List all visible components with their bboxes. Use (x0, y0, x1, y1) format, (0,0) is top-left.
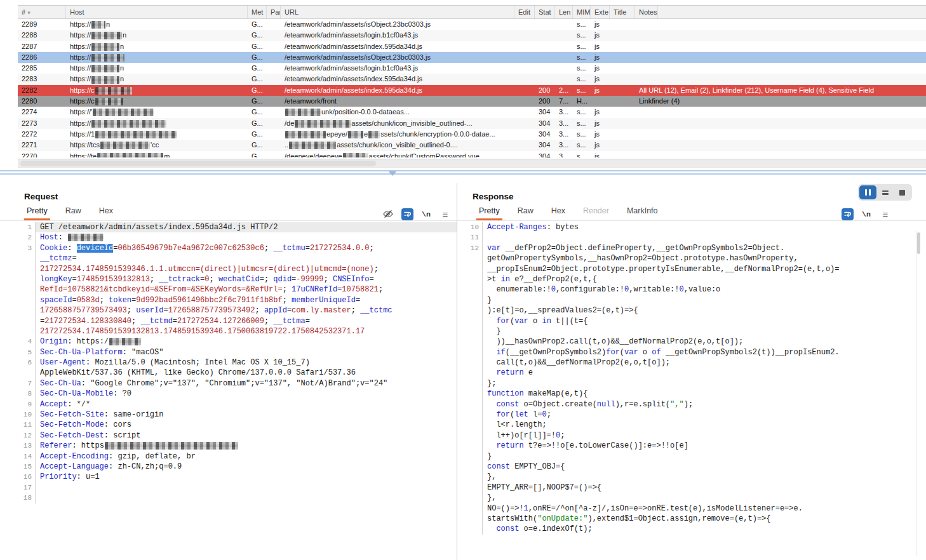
cell-met: G... (248, 74, 267, 84)
column-header-url[interactable]: URL (281, 6, 514, 18)
line-content: Sec-Ch-Ua-Platform: "macOS" (36, 347, 457, 357)
text-token: https:// (70, 20, 91, 28)
code-line: } (457, 451, 926, 462)
line-content: User-Agent: Mozilla/5.0 (Macintosh; Inte… (36, 357, 457, 368)
cell-mim: s... (573, 85, 591, 96)
line-number (466, 410, 483, 420)
text-token: : u=1 (77, 472, 100, 481)
menu-icon[interactable]: ≡ (878, 208, 893, 220)
text-token: __tctmc (360, 306, 392, 315)
pane-splitter[interactable] (0, 169, 926, 182)
column-header-par[interactable]: Par (267, 6, 281, 18)
column-header-edit[interactable]: Edit (514, 6, 535, 18)
columns-layout-button[interactable] (859, 185, 876, 199)
tab-raw[interactable]: Raw (515, 204, 536, 220)
cell-stat (535, 41, 555, 52)
column-header-len[interactable]: Len (555, 6, 573, 18)
wrap-lines-icon[interactable] (399, 208, 415, 220)
cell-par (267, 151, 281, 157)
code-line: const EMPTY_OBJ={ (457, 462, 926, 472)
line-number (466, 337, 483, 347)
cell-mim: s... (573, 118, 591, 129)
line-content: Priority: u=1 (36, 472, 457, 482)
wrap-lines-icon[interactable] (840, 208, 855, 220)
horizontal-scrollbar-thumb[interactable] (20, 161, 376, 166)
table-row-2285[interactable]: 2285https://nG.../eteamwork/admin/assets… (18, 63, 926, 74)
line-content: ):e[t]=o,__spreadValues2=(e,t)=>{ (483, 305, 926, 316)
line-number: 16 (23, 472, 36, 482)
cell-edit (514, 96, 535, 107)
text-token: : script (104, 431, 141, 440)
cell-title (610, 63, 635, 74)
table-row-2286[interactable]: 2286https://G.../eteamwork/admin/assets/… (18, 52, 926, 63)
line-number: 17 (23, 483, 36, 493)
menu-icon[interactable]: ≡ (438, 208, 453, 220)
tab-markinfo[interactable]: MarkInfo (624, 204, 661, 220)
column-header-met[interactable]: Met (248, 6, 267, 18)
request-editor[interactable]: 1GET /eteamwork/admin/assets/index.595da… (0, 220, 457, 560)
code-line: ))__hasOwnProp2.call(t,o)&&__defNormalPr… (457, 337, 926, 347)
code-line: enumerable:!0,configurable:!0,writable:!… (457, 284, 926, 295)
code-line: return e (457, 368, 926, 378)
code-line: 9Accept: */* (0, 399, 457, 410)
line-number (23, 295, 36, 305)
column-header-title[interactable]: Title (610, 6, 635, 18)
column-header-num[interactable]: #▾ (18, 6, 66, 18)
text-token: l<r.length; (487, 420, 547, 429)
hide-icon[interactable] (380, 208, 396, 220)
response-editor[interactable]: 10Accept-Ranges: bytes1112var __defProp2… (457, 220, 926, 560)
column-header-ext[interactable]: Exte (591, 6, 610, 18)
cell-met: G... (248, 30, 267, 41)
response-scrollbar-thumb[interactable] (917, 232, 920, 254)
line-number (23, 284, 36, 295)
request-panel: Request PrettyRawHex (0, 183, 457, 560)
table-row-2273[interactable]: 2273https://G.../deassets/chunk/icon_inv… (18, 118, 926, 129)
horizontal-scrollbar[interactable] (18, 159, 926, 168)
line-number (466, 378, 483, 389)
column-header-stat[interactable]: Stat (535, 6, 555, 18)
tab-pretty[interactable]: Pretty (476, 204, 502, 220)
table-row-2282[interactable]: 2282https://cG.../eteamwork/admin/assets… (18, 85, 926, 96)
line-content: AppleWebKit/537.36 (KHTML, like Gecko) C… (36, 368, 457, 378)
cell-edit (514, 129, 535, 140)
cell-ext: js (591, 74, 610, 84)
http-history-table[interactable]: #▾HostMetParURLEditStatLenMIMExteTitleNo… (18, 5, 926, 157)
column-header-notes[interactable]: Notes (635, 6, 658, 18)
response-scrollbar[interactable] (916, 231, 921, 556)
column-header-host[interactable]: Host (66, 6, 248, 18)
redaction-mosaic (348, 131, 363, 138)
tab-hex[interactable]: Hex (97, 204, 116, 220)
text-token: /eteamwork/admin/assets/isObject.23bc030… (285, 20, 431, 28)
tab-raw[interactable]: Raw (63, 204, 84, 220)
newline-icon[interactable]: \n (859, 208, 874, 220)
table-row-2272[interactable]: 2272https://1G...epeye/essets/chunk/encr… (18, 129, 926, 140)
newline-icon[interactable]: \n (419, 208, 434, 220)
table-row-2271[interactable]: 2271https://tcs'ccG.....assets/chunk/ico… (18, 140, 926, 150)
cell-num: 2270 (18, 151, 66, 157)
cell-edit (514, 74, 535, 84)
cell-len: 3... (555, 129, 573, 140)
text-token: : Mozilla/5.0 (Macintosh; Intel Mac OS X… (86, 358, 310, 367)
tab-pretty[interactable]: Pretty (24, 204, 50, 220)
table-row-2287[interactable]: 2287https://nG.../eteamwork/admin/assets… (18, 41, 926, 52)
table-row-2283[interactable]: 2283https://nG.../eteamwork/admin/assets… (18, 74, 926, 84)
table-row-2280[interactable]: 2280https://cG.../eteamwork/front2007...… (18, 96, 926, 107)
tab-render[interactable]: Render (580, 204, 612, 220)
text-token: CNSEInfo (333, 275, 370, 284)
rows-layout-button[interactable] (876, 185, 894, 199)
line-content: =217272534.128330840; __tctmd=217272534.… (36, 316, 457, 326)
line-number: 12 (466, 243, 483, 253)
text-token: : */* (67, 400, 90, 409)
line-content: const o=e.indexOf(t); (483, 524, 926, 534)
cell-url: unk/position-0.0.0-dataeas... (281, 107, 514, 117)
table-row-2288[interactable]: 2288https://nG.../eteamwork/admin/assets… (18, 30, 926, 41)
splitter-collapse-arrow-icon[interactable] (389, 171, 396, 176)
table-row-2274[interactable]: 2274https://'G...unk/position-0.0.0-data… (18, 107, 926, 117)
table-row-2270[interactable]: 2270https://temG.../deepeye/deepeyeasset… (18, 151, 926, 157)
column-header-mim[interactable]: MIM (573, 6, 591, 18)
table-row-2289[interactable]: 2289https://nG.../eteamwork/admin/assets… (18, 19, 926, 30)
code-line: 4Origin: https:/ (0, 337, 457, 347)
single-layout-button[interactable] (894, 185, 911, 199)
text-token: ,value:o (684, 285, 721, 294)
tab-hex[interactable]: Hex (549, 204, 568, 220)
